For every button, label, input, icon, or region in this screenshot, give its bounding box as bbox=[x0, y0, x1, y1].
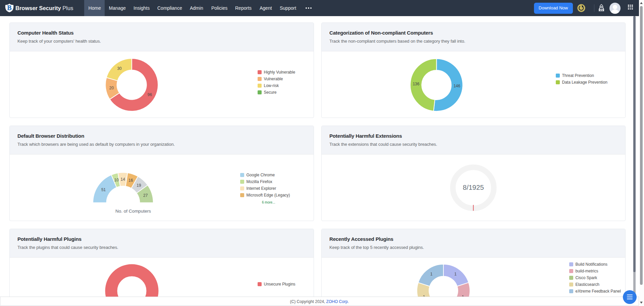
svg-text:146: 146 bbox=[453, 84, 460, 88]
svg-text:27: 27 bbox=[143, 193, 148, 198]
svg-text:30: 30 bbox=[117, 66, 122, 71]
svg-text:1: 1 bbox=[454, 272, 457, 276]
svg-text:14: 14 bbox=[121, 177, 125, 182]
svg-text:19: 19 bbox=[137, 183, 141, 188]
svg-text:8/1925: 8/1925 bbox=[463, 183, 484, 191]
svg-text:1: 1 bbox=[430, 272, 433, 276]
svg-text:51: 51 bbox=[101, 187, 106, 192]
svg-text:10: 10 bbox=[114, 178, 119, 182]
svg-text:136: 136 bbox=[413, 82, 419, 86]
svg-text:B: B bbox=[7, 4, 11, 11]
svg-text:20: 20 bbox=[109, 86, 114, 90]
svg-text:16: 16 bbox=[128, 178, 133, 183]
svg-text:96: 96 bbox=[148, 92, 152, 97]
